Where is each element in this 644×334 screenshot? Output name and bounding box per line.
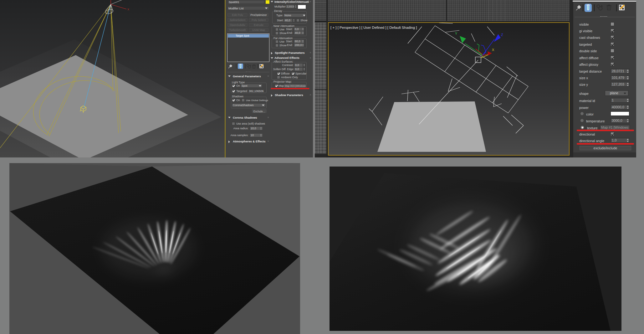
svg-text:Z: Z [501,33,503,37]
svg-text:X: X [492,48,494,52]
svg-text:Y: Y [455,32,457,35]
svg-text:[ + ] [ Perspective ] [ User D: [ + ] [ Perspective ] [ User Defined ] [… [330,26,417,29]
svg-text:X: X [127,8,129,11]
